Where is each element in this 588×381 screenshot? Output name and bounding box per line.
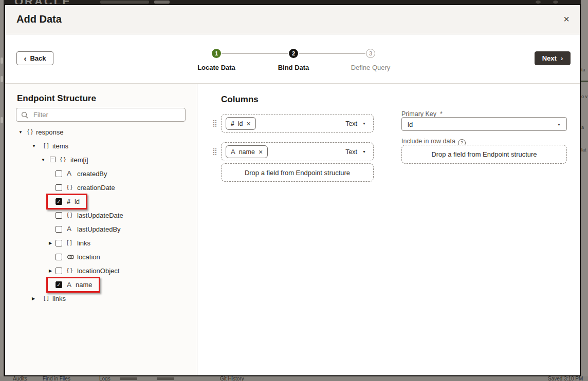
object-icon: { } <box>67 184 72 190</box>
columns-heading: Columns <box>221 94 259 105</box>
chevron-collapsed-icon[interactable]: ▶ <box>32 296 35 301</box>
checkbox-id[interactable]: ✓ <box>56 198 62 205</box>
filter-input[interactable] <box>32 110 173 119</box>
drag-handle-icon[interactable]: ⣿ <box>212 148 219 155</box>
tree-node-item[i][interactable]: ▼−{ }item[i] <box>5 153 197 167</box>
close-icon[interactable]: × <box>563 13 569 25</box>
panel-text-fragment: o v <box>581 94 587 99</box>
checkbox-lastUpdateDate[interactable] <box>56 212 62 219</box>
number-icon: # <box>67 198 70 205</box>
chevron-down-icon: ▼ <box>362 122 366 125</box>
tree-node-label: location <box>77 253 100 261</box>
drag-handle-icon[interactable]: ⣿ <box>212 120 219 127</box>
checkbox-links[interactable] <box>56 240 62 246</box>
step-connector <box>299 53 365 54</box>
tree-node-creationDate[interactable]: { }creationDate <box>5 181 197 195</box>
toolbar-icon-fragment <box>1 58 3 64</box>
chevron-down-icon: ▼ <box>362 150 366 154</box>
next-button-label: Next <box>542 54 557 62</box>
tree-node-label: createdBy <box>77 170 107 178</box>
toolbar-icon-fragment <box>1 76 3 82</box>
next-button[interactable]: Next › <box>535 51 571 65</box>
right-panel-fragment: tao valat <box>581 0 588 381</box>
tree-node-links[interactable]: ▶[ ]links <box>5 236 197 250</box>
endpoint-tree: ▼{ }response▼[ ]items▼−{ }item[i]Acreate… <box>5 125 197 306</box>
column-row-name[interactable]: Aname×Text▼ <box>221 142 374 161</box>
tree-node-label: id <box>75 198 80 205</box>
tree-node-lastUpdateDate[interactable]: { }lastUpdateDate <box>5 208 197 222</box>
collapse-box-icon[interactable]: − <box>50 157 56 162</box>
remove-field-icon[interactable]: × <box>259 148 263 156</box>
tree-node-label: name <box>76 281 93 289</box>
column-row-id[interactable]: #id×Text▼ <box>221 114 374 133</box>
step-connector <box>222 53 288 54</box>
object-icon: { } <box>67 212 72 218</box>
footer-item-fragment <box>120 377 137 380</box>
tree-node-locationObject[interactable]: ▶{ }locationObject <box>5 264 197 278</box>
step-2-label: Bind Data <box>258 64 329 71</box>
field-chip-label: id <box>238 120 243 127</box>
tree-node-items[interactable]: ▼[ ]items <box>5 139 197 153</box>
header-icon-fragment <box>553 1 558 4</box>
step-1-circle[interactable]: 1 <box>212 49 221 58</box>
checkbox-createdBy[interactable] <box>56 170 62 177</box>
panel-text-fragment: a <box>581 125 584 130</box>
screen: ORACLE tao valat AuditsFind in FilesLogs… <box>0 0 588 381</box>
field-chip-name[interactable]: Aname× <box>226 145 268 158</box>
column-type-value: Text <box>345 148 357 156</box>
step-1-label: Locate Data <box>180 64 252 71</box>
selection-highlight-box: ✓#id <box>46 194 87 209</box>
required-marker: * <box>440 110 443 118</box>
footer-bar-fragment: AuditsFind in FilesLogsGit HistorySaved … <box>0 376 588 381</box>
tree-node-label: links <box>77 239 90 247</box>
checkbox-creationDate[interactable] <box>56 184 62 191</box>
tree-node-response[interactable]: ▼{ }response <box>5 125 197 139</box>
footer-item-fragment: Logs <box>99 376 111 381</box>
badge-fragment <box>154 1 170 4</box>
checkbox-name[interactable]: ✓ <box>56 281 62 288</box>
primary-key-select[interactable]: id ▼ <box>401 117 567 131</box>
tree-node-links[interactable]: ▶[ ]links <box>5 292 197 306</box>
step-3-circle[interactable]: 3 <box>366 49 375 58</box>
chevron-expanded-icon[interactable]: ▼ <box>32 144 36 148</box>
chevron-collapsed-icon[interactable]: ▶ <box>49 241 52 245</box>
filter-field[interactable] <box>16 108 186 122</box>
columns-drop-zone[interactable]: Drop a field from Endpoint structure <box>221 163 374 182</box>
chevron-down-icon: ▼ <box>557 123 561 126</box>
chevron-expanded-icon[interactable]: ▼ <box>19 130 23 135</box>
primary-key-value: id <box>408 121 413 128</box>
tree-node-label: creationDate <box>77 184 115 192</box>
chevron-expanded-icon[interactable]: ▼ <box>41 158 45 162</box>
step-3-label: Define Query <box>335 64 407 71</box>
checkbox-lastUpdatedBy[interactable] <box>56 226 62 233</box>
tree-node-lastUpdatedBy[interactable]: AlastUpdatedBy <box>5 222 197 236</box>
remove-field-icon[interactable]: × <box>246 120 250 127</box>
chevron-right-icon: › <box>561 54 563 62</box>
back-button[interactable]: ‹ Back <box>16 51 53 65</box>
row-data-drop-zone[interactable]: Drop a field from Endpoint structure <box>401 145 567 164</box>
dialog-header: Add Data × <box>5 5 580 34</box>
endpoint-structure-panel: Endpoint Structure ▼{ }response▼[ ]items… <box>5 84 197 375</box>
tree-node-createdBy[interactable]: AcreatedBy <box>5 167 197 181</box>
tree-node-id[interactable]: ✓#id <box>5 195 197 208</box>
tree-node-label: items <box>52 142 68 150</box>
checkbox-locationObject[interactable] <box>56 268 62 274</box>
tree-node-name[interactable]: ✓Aname <box>5 278 197 292</box>
dialog-title: Add Data <box>16 13 62 25</box>
string-icon: A <box>67 169 71 177</box>
field-chip-id[interactable]: #id× <box>226 117 256 130</box>
object-icon: { } <box>27 128 33 135</box>
app-title-fragment <box>100 1 149 4</box>
tree-node-label: lastUpdateDate <box>77 212 123 219</box>
column-type-dropdown[interactable]: Text▼ <box>345 115 366 132</box>
step-2-circle[interactable]: 2 <box>289 49 298 58</box>
tree-node-location[interactable]: location <box>5 250 197 264</box>
column-type-dropdown[interactable]: Text▼ <box>345 143 366 161</box>
chevron-collapsed-icon[interactable]: ▶ <box>49 269 52 273</box>
back-button-label: Back <box>30 54 46 62</box>
panel-text-fragment: lat <box>581 147 586 153</box>
checkbox-location[interactable] <box>56 254 62 260</box>
field-chip-label: name <box>239 148 255 156</box>
toolbar-icon-fragment <box>1 117 3 123</box>
string-icon: A <box>231 148 235 156</box>
